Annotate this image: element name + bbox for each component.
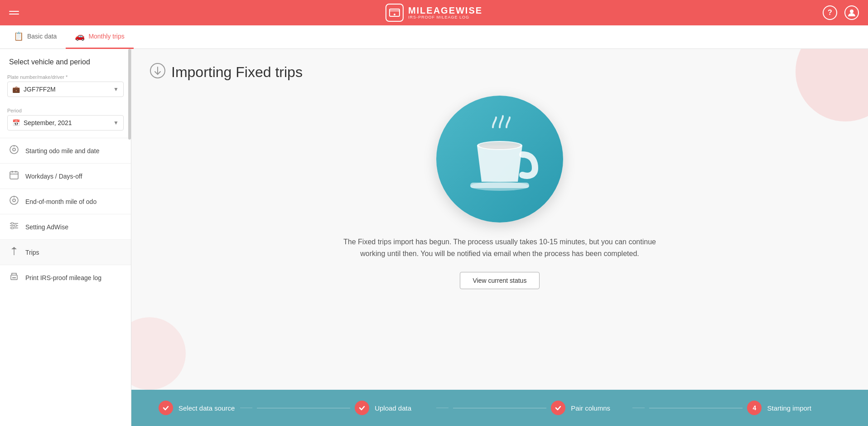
vehicle-dropdown-group: Plate number/make/driver * 💼 JGF7FF2M ▼ bbox=[0, 71, 131, 104]
sidebar-item-workdays[interactable]: Workdays / Days-off bbox=[0, 163, 131, 189]
tab-monthly-trips[interactable]: 🚗 Monthly trips bbox=[66, 25, 133, 49]
wizard-step-2-label: Upload data bbox=[375, 404, 411, 412]
vehicle-dropdown[interactable]: 💼 JGF7FF2M ▼ bbox=[7, 82, 124, 97]
page-header: Importing Fixed trips bbox=[149, 63, 303, 82]
coffee-circle bbox=[436, 96, 563, 223]
app-logo: MILEAGEWISE IRS-PROOF MILEAGE LOG bbox=[386, 4, 482, 22]
svg-rect-6 bbox=[10, 172, 18, 179]
period-dropdown[interactable]: 📅 September, 2021 ▼ bbox=[7, 115, 124, 131]
sidebar-item-workdays-label: Workdays / Days-off bbox=[25, 173, 82, 180]
tabs-bar: 📋 Basic data 🚗 Monthly trips bbox=[0, 25, 868, 49]
trips-icon bbox=[9, 246, 19, 258]
sidebar-item-starting-odo[interactable]: Starting odo mile and date bbox=[0, 138, 131, 163]
vehicle-value: JGF7FF2M bbox=[24, 86, 110, 93]
logo-text: MILEAGEWISE IRS-PROOF MILEAGE LOG bbox=[408, 6, 482, 19]
wizard-step-2-circle bbox=[355, 401, 369, 415]
sidebar-item-end-of-month-label: End-of-month mile of odo bbox=[25, 198, 96, 205]
calendar-icon: 📅 bbox=[12, 119, 20, 126]
profile-button[interactable] bbox=[844, 5, 859, 20]
period-chevron-icon: ▼ bbox=[113, 120, 119, 126]
page-title: Importing Fixed trips bbox=[171, 64, 303, 81]
svg-point-4 bbox=[13, 148, 15, 151]
view-status-button[interactable]: View current status bbox=[460, 272, 540, 289]
header-actions: ? bbox=[823, 5, 859, 20]
sidebar-item-trips-label: Trips bbox=[25, 249, 39, 256]
print-icon bbox=[9, 271, 19, 284]
period-value: September, 2021 bbox=[24, 119, 110, 126]
vehicle-dropdown-label: Plate number/make/driver * bbox=[7, 74, 124, 80]
period-dropdown-label: Period bbox=[7, 108, 124, 113]
wizard-step-4-label: Starting import bbox=[767, 404, 811, 412]
sidebar: Select vehicle and period Plate number/m… bbox=[0, 49, 131, 426]
main-layout: Select vehicle and period Plate number/m… bbox=[0, 49, 868, 426]
workdays-icon bbox=[9, 170, 19, 182]
tab-basic-data[interactable]: 📋 Basic data bbox=[5, 25, 66, 49]
description-text: The Fixed trips import has begun. The pr… bbox=[332, 236, 667, 259]
vehicle-icon: 💼 bbox=[12, 86, 20, 93]
content-inner: Importing Fixed trips bbox=[131, 49, 868, 390]
period-dropdown-group: Period 📅 September, 2021 ▼ bbox=[0, 104, 131, 138]
app-header: MILEAGEWISE IRS-PROOF MILEAGE LOG ? bbox=[0, 0, 868, 25]
menu-button[interactable] bbox=[9, 11, 19, 15]
svg-rect-20 bbox=[12, 277, 16, 278]
sidebar-item-print[interactable]: Print IRS-proof mileage log bbox=[0, 265, 131, 290]
wizard-step-3-circle bbox=[551, 401, 565, 415]
svg-point-2 bbox=[850, 10, 854, 13]
logo-subtitle: IRS-PROOF MILEAGE LOG bbox=[408, 15, 482, 19]
coffee-cup-svg bbox=[454, 114, 545, 204]
step-connector-1 bbox=[257, 408, 351, 408]
monthly-trips-icon: 🚗 bbox=[75, 31, 85, 41]
logo-icon bbox=[386, 4, 404, 22]
wizard-step-1-circle bbox=[159, 401, 173, 415]
sidebar-item-setting-adwise[interactable]: Setting AdWise bbox=[0, 214, 131, 239]
wizard-step-3: Pair columns bbox=[551, 401, 645, 415]
step-connector-2 bbox=[453, 408, 547, 408]
help-button[interactable]: ? bbox=[823, 5, 837, 20]
sidebar-section-title: Select vehicle and period bbox=[0, 49, 131, 71]
sidebar-item-end-of-month[interactable]: End-of-month mile of odo bbox=[0, 189, 131, 214]
svg-rect-18 bbox=[11, 227, 13, 229]
logo-title: MILEAGEWISE bbox=[408, 6, 482, 15]
wizard-bar: Select data source Upload data P bbox=[131, 390, 868, 426]
svg-point-1 bbox=[394, 14, 395, 15]
sidebar-item-print-label: Print IRS-proof mileage log bbox=[25, 274, 101, 281]
vehicle-chevron-icon: ▼ bbox=[113, 86, 119, 92]
svg-rect-24 bbox=[470, 183, 529, 188]
sidebar-item-trips[interactable]: Trips bbox=[0, 239, 131, 265]
wizard-step-3-label: Pair columns bbox=[571, 404, 610, 412]
wizard-step-1: Select data source bbox=[159, 401, 252, 415]
illustration bbox=[436, 96, 563, 223]
end-odo-icon bbox=[9, 195, 19, 208]
adwise-icon bbox=[9, 221, 19, 233]
sidebar-scrollbar[interactable] bbox=[128, 49, 131, 140]
import-icon bbox=[149, 63, 166, 82]
svg-point-26 bbox=[479, 142, 521, 149]
wizard-step-4-circle: 4 bbox=[747, 401, 762, 415]
step-connector-3 bbox=[649, 408, 743, 408]
svg-rect-17 bbox=[14, 225, 16, 227]
tab-monthly-trips-label: Monthly trips bbox=[88, 33, 124, 40]
content-area: Importing Fixed trips bbox=[131, 49, 868, 426]
basic-data-icon: 📋 bbox=[14, 31, 24, 41]
tab-basic-data-label: Basic data bbox=[27, 33, 57, 40]
wizard-step-4: 4 Starting import bbox=[747, 401, 841, 415]
svg-rect-16 bbox=[11, 223, 13, 224]
wizard-step-1-label: Select data source bbox=[178, 404, 235, 412]
sidebar-item-adwise-label: Setting AdWise bbox=[25, 223, 68, 231]
wizard-step-2: Upload data bbox=[355, 401, 448, 415]
sidebar-item-starting-odo-label: Starting odo mile and date bbox=[25, 147, 99, 155]
svg-point-11 bbox=[13, 199, 15, 202]
odo-icon bbox=[9, 145, 19, 157]
